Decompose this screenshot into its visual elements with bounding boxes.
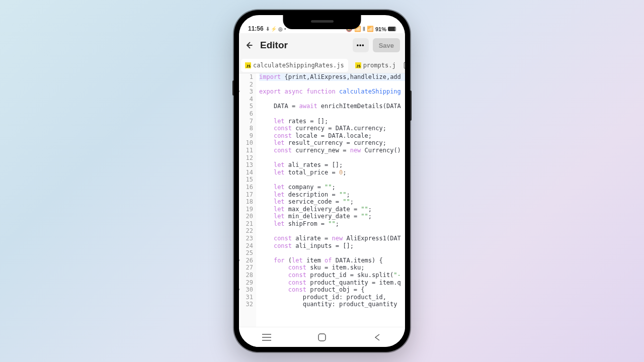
home-icon [318, 333, 326, 341]
phone-frame: 11:56 ⬇ ⚡ ◎ • 🔕 📶 ⫴ 📶 91% Editor ••• Sav… [234, 10, 410, 352]
js-icon: JS [245, 62, 251, 68]
new-tab-button[interactable] [403, 60, 405, 70]
line-gutter: 1234567891011121314151617181920212223242… [239, 73, 256, 329]
more-button[interactable]: ••• [353, 38, 369, 52]
page-title: Editor [260, 40, 349, 51]
back-nav-icon [374, 333, 380, 341]
tab-label: calculateShippingRates.js [253, 62, 344, 69]
phone-screen: 11:56 ⬇ ⚡ ◎ • 🔕 📶 ⫴ 📶 91% Editor ••• Sav… [239, 15, 405, 347]
back-icon [246, 41, 255, 50]
tab-bar: JS calculateShippingRates.js JS prompts.… [239, 57, 405, 73]
back-nav-button[interactable] [362, 331, 392, 343]
new-file-icon [403, 62, 405, 69]
svg-rect-3 [318, 334, 326, 341]
tab-file-2[interactable]: JS prompts.j [351, 59, 400, 72]
js-icon: JS [355, 62, 361, 68]
app-header: Editor ••• Save [239, 33, 405, 57]
recents-button[interactable] [252, 331, 282, 343]
home-button[interactable] [307, 331, 337, 343]
code-content[interactable]: import {print,AliExpress,handlelize,adde… [256, 73, 405, 329]
status-left-icons: ⬇ ⚡ ◎ • [266, 26, 286, 32]
status-time: 11:56 [248, 25, 264, 32]
tab-label: prompts.j [363, 62, 396, 69]
back-button[interactable] [244, 39, 256, 51]
tab-file-1[interactable]: JS calculateShippingRates.js [241, 59, 348, 72]
battery-icon [388, 27, 396, 31]
android-navbar [239, 327, 405, 347]
save-button[interactable]: Save [373, 38, 400, 52]
recents-icon [262, 334, 271, 341]
status-battery: 91% [375, 26, 386, 32]
notch [283, 15, 361, 29]
code-editor[interactable]: 1234567891011121314151617181920212223242… [239, 73, 405, 329]
